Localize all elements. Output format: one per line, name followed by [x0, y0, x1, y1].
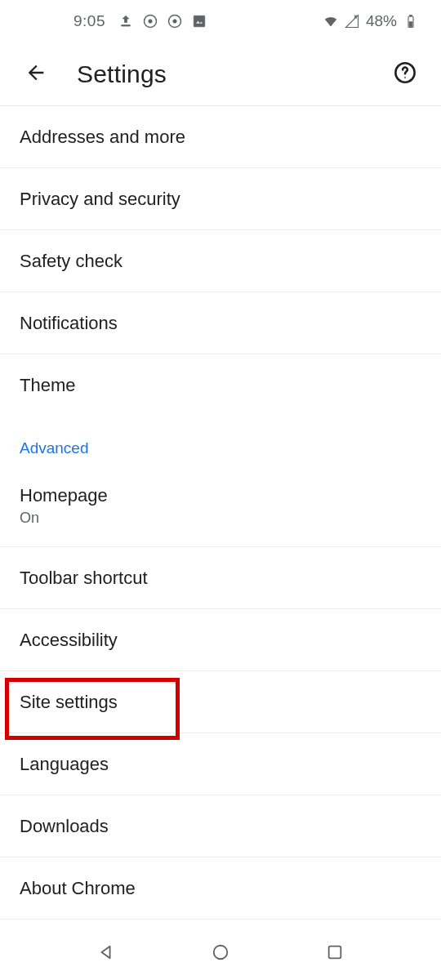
- battery-icon: [403, 14, 418, 29]
- square-recents-icon: [326, 943, 344, 964]
- status-bar: 9:05 x 48%: [0, 0, 441, 42]
- battery-text: 48%: [366, 12, 397, 30]
- status-time: 9:05: [74, 12, 105, 30]
- row-label: Addresses and more: [20, 127, 421, 148]
- svg-rect-13: [329, 947, 341, 959]
- triangle-back-icon: [97, 943, 115, 964]
- languages-row[interactable]: Languages: [0, 733, 441, 795]
- settings-list: Addresses and more Privacy and security …: [0, 106, 441, 920]
- homepage-row[interactable]: Homepage On: [0, 466, 441, 547]
- page-title: Settings: [77, 60, 387, 88]
- system-nav-bar: [0, 928, 441, 980]
- help-icon: [394, 61, 416, 87]
- signal-icon: x: [345, 14, 359, 29]
- row-label: Toolbar shortcut: [20, 568, 421, 589]
- privacy-row[interactable]: Privacy and security: [0, 168, 441, 230]
- image-icon: [192, 14, 207, 29]
- wifi-icon: [323, 14, 338, 29]
- arrow-back-icon: [24, 61, 47, 87]
- row-label: Languages: [20, 754, 421, 775]
- broadcast2-icon: [167, 14, 182, 29]
- notifications-row[interactable]: Notifications: [0, 292, 441, 354]
- svg-text:x: x: [354, 14, 357, 19]
- nav-back-button[interactable]: [91, 939, 121, 969]
- row-label: About Chrome: [20, 878, 421, 899]
- downloads-row[interactable]: Downloads: [0, 795, 441, 858]
- help-button[interactable]: [387, 56, 423, 92]
- nav-home-button[interactable]: [206, 939, 235, 969]
- row-label: Downloads: [20, 816, 421, 837]
- row-label: Accessibility: [20, 630, 421, 651]
- row-label: Notifications: [20, 313, 421, 334]
- safety-row[interactable]: Safety check: [0, 230, 441, 292]
- svg-point-1: [149, 20, 153, 24]
- toolbar-shortcut-row[interactable]: Toolbar shortcut: [0, 547, 441, 609]
- circle-home-icon: [212, 943, 229, 964]
- theme-row[interactable]: Theme: [0, 354, 441, 416]
- svg-point-3: [173, 20, 177, 24]
- svg-point-12: [214, 946, 228, 960]
- svg-rect-8: [410, 16, 412, 17]
- broadcast-icon: [143, 14, 158, 29]
- back-button[interactable]: [18, 56, 54, 92]
- svg-rect-4: [194, 16, 205, 27]
- row-label: Theme: [20, 375, 421, 396]
- advanced-header: Advanced: [0, 416, 441, 466]
- row-sublabel: On: [20, 510, 421, 527]
- accessibility-row[interactable]: Accessibility: [0, 609, 441, 671]
- upload-icon: [118, 14, 133, 29]
- app-bar: Settings: [0, 42, 441, 106]
- svg-point-11: [404, 76, 406, 78]
- row-label: Privacy and security: [20, 189, 421, 210]
- row-label: Site settings: [20, 692, 421, 713]
- svg-rect-9: [409, 22, 412, 27]
- row-label: Homepage: [20, 485, 421, 506]
- about-chrome-row[interactable]: About Chrome: [0, 858, 441, 920]
- site-settings-row[interactable]: Site settings: [0, 671, 441, 733]
- addresses-row[interactable]: Addresses and more: [0, 106, 441, 168]
- row-label: Safety check: [20, 251, 421, 272]
- nav-recents-button[interactable]: [320, 939, 350, 969]
